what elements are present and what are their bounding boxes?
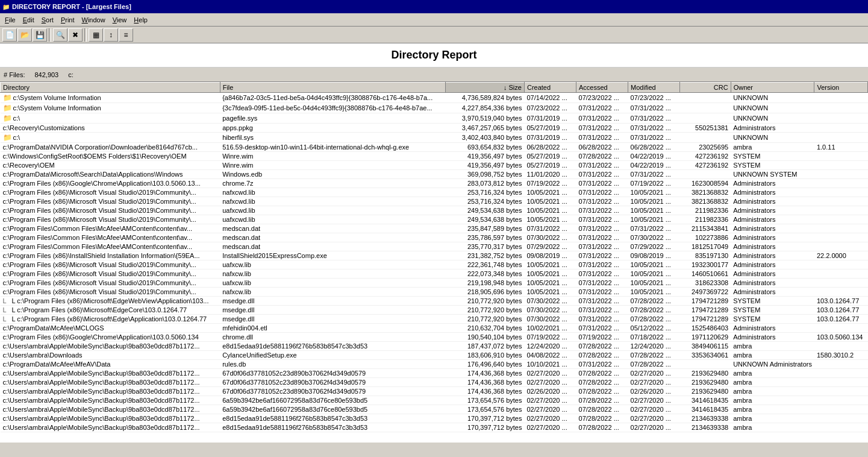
cell-modified: 02/27/2020 ...	[628, 423, 680, 432]
cell-version	[814, 260, 868, 269]
cell-owner: Administrators	[731, 242, 814, 251]
cell-version	[814, 360, 868, 369]
table-row[interactable]: c:\Recovery\Customizationsapps.ppkg3,467…	[1, 124, 868, 133]
col-header-file[interactable]: File	[220, 83, 445, 93]
table-row[interactable]: c:\Program Files (x86)\Google\Chrome\App…	[1, 333, 868, 342]
table-row[interactable]: c:\Users\ambra\Apple\MobileSync\Backup\9…	[1, 378, 868, 387]
table-row[interactable]: c:\Users\ambra\Apple\MobileSync\Backup\9…	[1, 414, 868, 423]
cell-size: 419,356,497 bytes	[445, 161, 524, 170]
menu-print[interactable]: Print	[57, 15, 78, 25]
menu-view[interactable]: View	[109, 15, 131, 25]
table-row[interactable]: c:\Program Files (x86)\Microsoft Visual …	[1, 188, 868, 197]
cell-size: 3,467,257,065 bytes	[445, 124, 524, 133]
cell-owner: Administrators	[731, 288, 814, 297]
cell-version	[814, 288, 868, 297]
menu-sort[interactable]: Sort	[38, 15, 57, 25]
table-row[interactable]: c:\Users\ambra\Apple\MobileSync\Backup\9…	[1, 369, 868, 378]
cell-directory: c:\Users\ambra\Apple\MobileSync\Backup\9…	[1, 387, 220, 396]
table-row[interactable]: L L c:\Program Files (x86)\Microsoft\Edg…	[1, 315, 868, 324]
cell-created: 10/05/2021 ...	[524, 197, 576, 206]
cell-modified: 09/08/2019 ...	[628, 251, 680, 260]
cell-size: 235,847,589 bytes	[445, 224, 524, 233]
menu-edit[interactable]: Edit	[19, 15, 38, 25]
table-row[interactable]: c:\Users\ambra\Apple\MobileSync\Backup\9…	[1, 423, 868, 432]
table-row[interactable]: 📁c:\System Volume Information{a846b7a2-0…	[1, 93, 868, 103]
table-row[interactable]: c:\Program Files\Common Files\McAfee\AMC…	[1, 224, 868, 233]
table-row[interactable]: L L c:\Program Files (x86)\Microsoft\Edg…	[1, 297, 868, 306]
toolbar-search[interactable]: 🔍	[53, 28, 67, 42]
table-row[interactable]: c:\Users\ambra\Apple\MobileSync\Backup\9…	[1, 387, 868, 396]
table-row[interactable]: c:\Program Files (x86)\Microsoft Visual …	[1, 279, 868, 288]
table-row[interactable]: c:\Program Files (x86)\Microsoft Visual …	[1, 288, 868, 297]
toolbar-sort[interactable]: ↕	[104, 28, 118, 42]
table-row[interactable]: c:\Program Files\Common Files\McAfee\AMC…	[1, 233, 868, 242]
table-row[interactable]: c:\Program Files (x86)\Microsoft Visual …	[1, 260, 868, 269]
files-label: # Files:	[4, 71, 25, 78]
table-row[interactable]: 📁c:\hiberfil.sys3,402,403,840 bytes07/31…	[1, 133, 868, 143]
table-container[interactable]: Directory File ↓ Size Created Accessed M…	[0, 82, 868, 443]
menu-file[interactable]: File	[1, 15, 19, 25]
table-row[interactable]: c:\ProgramData\McAfee\MCLOGSmfehidin004.…	[1, 324, 868, 333]
cell-version	[814, 152, 868, 161]
table-row[interactable]: c:\Users\ambra\Apple\MobileSync\Backup\9…	[1, 405, 868, 414]
menu-window[interactable]: Window	[78, 15, 109, 25]
cell-directory: c:\Program Files\Common Files\McAfee\AMC…	[1, 233, 220, 242]
cell-version	[814, 215, 868, 224]
cell-version	[814, 269, 868, 279]
table-row[interactable]: c:\Program Files (x86)\Microsoft Visual …	[1, 215, 868, 224]
cell-file: 6a59b3942be6af166072958a83d76ce80e593bd5	[220, 405, 445, 414]
toolbar-new[interactable]: 📄	[2, 28, 17, 42]
toolbar-save[interactable]: 💾	[33, 28, 47, 42]
col-header-version[interactable]: Version	[814, 83, 868, 93]
table-row[interactable]: c:\ProgramData\Microsoft\Search\Data\App…	[1, 170, 868, 179]
table-row[interactable]: c:\Program Files (x86)\Microsoft Visual …	[1, 206, 868, 215]
cell-directory: c:\Users\ambra\Apple\MobileSync\Backup\9…	[1, 396, 220, 405]
cell-accessed: 07/28/2022 ...	[576, 405, 628, 414]
menu-bar: File Edit Sort Print Window View Help	[0, 13, 868, 27]
col-header-owner[interactable]: Owner	[731, 83, 814, 93]
table-row[interactable]: c:\Users\ambra\Apple\MobileSync\Backup\9…	[1, 342, 868, 351]
cell-file: nafxcwd.lib	[220, 188, 445, 197]
col-header-modified[interactable]: Modified	[628, 83, 680, 93]
col-header-created[interactable]: Created	[524, 83, 576, 93]
toolbar-close[interactable]: ✖	[68, 28, 83, 42]
table-row[interactable]: c:\Windows\ConfigSetRoot\$OEMS Folders\$…	[1, 152, 868, 161]
cell-owner: Administrators	[731, 224, 814, 233]
cell-size: 210,772,920 bytes	[445, 297, 524, 306]
table-row[interactable]: c:\ProgramData\NVIDIA Corporation\Downlo…	[1, 143, 868, 152]
cell-accessed: 07/31/2022 ...	[576, 224, 628, 233]
menu-help[interactable]: Help	[130, 15, 151, 25]
table-row[interactable]: 📁c:\System Volume Information{3c7fdea9-0…	[1, 103, 868, 113]
cell-accessed: 07/23/2022 ...	[576, 93, 628, 103]
col-header-size[interactable]: ↓ Size	[445, 83, 524, 93]
table-row[interactable]: c:\Users\ambra\DownloadsCylanceUnifiedSe…	[1, 351, 868, 360]
cell-accessed: 07/31/2022 ...	[576, 279, 628, 288]
table-row[interactable]: c:\Program Files\Common Files\McAfee\AMC…	[1, 242, 868, 251]
table-row[interactable]: c:\Program Files (x86)\InstallShield Ins…	[1, 251, 868, 260]
table-row[interactable]: c:\Recovery\OEMWinre.wim419,356,497 byte…	[1, 161, 868, 170]
cell-file: msedge.dll	[220, 306, 445, 315]
col-header-directory[interactable]: Directory	[1, 83, 220, 93]
table-row[interactable]: L L c:\Program Files (x86)\Microsoft\Edg…	[1, 306, 868, 315]
cell-crc: 1971120629	[680, 333, 731, 342]
cell-version	[814, 414, 868, 423]
toolbar-open[interactable]: 📂	[17, 28, 32, 42]
cell-created: 04/08/2022 ...	[524, 351, 576, 360]
cell-crc: 835197130	[680, 251, 731, 260]
table-row[interactable]: 📁c:\pagefile.sys3,970,519,040 bytes07/31…	[1, 113, 868, 124]
col-header-crc[interactable]: CRC	[680, 83, 731, 93]
cell-modified: 02/27/2020 ...	[628, 405, 680, 414]
table-row[interactable]: c:\Program Files (x86)\Microsoft Visual …	[1, 197, 868, 206]
cell-modified: 06/28/2022 ...	[628, 143, 680, 152]
cell-directory: c:\Program Files (x86)\Microsoft Visual …	[1, 279, 220, 288]
cell-file: CylanceUnifiedSetup.exe	[220, 351, 445, 360]
table-row[interactable]: c:\ProgramData\McAfee\MfeAV\Datarules.db…	[1, 360, 868, 369]
table-row[interactable]: c:\Program Files (x86)\Google\Chrome\App…	[1, 179, 868, 188]
table-row[interactable]: c:\Users\ambra\Apple\MobileSync\Backup\9…	[1, 396, 868, 405]
cell-file: Winre.wim	[220, 161, 445, 170]
table-row[interactable]: c:\Program Files (x86)\Microsoft Visual …	[1, 269, 868, 279]
col-header-accessed[interactable]: Accessed	[576, 83, 628, 93]
cell-version	[814, 324, 868, 333]
toolbar-filter[interactable]: ≡	[119, 28, 133, 42]
toolbar-cols[interactable]: ▦	[89, 28, 103, 42]
